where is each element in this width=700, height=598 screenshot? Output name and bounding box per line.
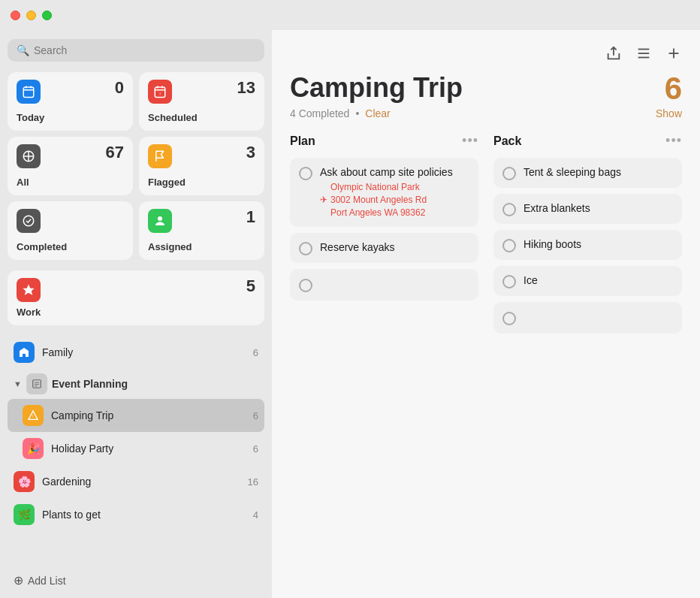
smart-card-flagged[interactable]: 3 Flagged <box>139 137 264 195</box>
flagged-label: Flagged <box>148 177 255 188</box>
sidebar-item-holiday-party[interactable]: 🎉 Holiday Party 6 <box>8 432 264 465</box>
minimize-button[interactable] <box>26 11 36 20</box>
content-area: Camping Trip 6 4 Completed • Clear Show … <box>272 30 700 598</box>
flagged-icon <box>148 144 172 168</box>
today-icon <box>17 80 41 104</box>
camping-trip-count: 6 <box>253 410 258 421</box>
svg-rect-15 <box>33 380 41 388</box>
event-planning-label: Event Planning <box>52 378 128 390</box>
task-checkbox-boots[interactable] <box>502 239 516 252</box>
clear-button[interactable]: Clear <box>365 107 390 119</box>
task-camp-policy[interactable]: Ask about camp site policies ✈ Olympic N… <box>290 158 478 227</box>
plan-more-button[interactable]: ••• <box>462 133 478 149</box>
today-count: 0 <box>115 80 124 96</box>
task-title-blankets: Extra blankets <box>523 201 673 215</box>
sidebar-item-family[interactable]: Family 6 <box>8 336 264 369</box>
plan-column-title: Plan <box>290 134 315 148</box>
task-content-boots: Hiking boots <box>523 237 673 251</box>
list-title-row: Camping Trip 6 <box>290 73 682 104</box>
task-checkbox-camp-policy[interactable] <box>299 167 312 180</box>
assigned-label: Assigned <box>148 241 255 252</box>
location-icon: ✈ <box>320 195 327 205</box>
task-location-camp-policy: ✈ Olympic National Park3002 Mount Angele… <box>320 181 469 219</box>
all-label: All <box>17 177 124 188</box>
task-checkbox-blankets[interactable] <box>502 203 516 216</box>
sidebar: 🔍 0 Today ! 13 <box>0 30 272 598</box>
plants-to-get-label: Plants to get <box>42 509 246 521</box>
smart-card-today[interactable]: 0 Today <box>8 72 133 131</box>
task-reserve-kayaks[interactable]: Reserve kayaks <box>290 233 478 263</box>
search-input[interactable] <box>34 44 255 56</box>
task-checkbox-placeholder-pack <box>502 312 516 325</box>
search-icon: 🔍 <box>17 44 29 56</box>
show-button[interactable]: Show <box>656 107 682 119</box>
flagged-count: 3 <box>246 144 255 161</box>
svg-point-12 <box>23 216 34 226</box>
task-boots[interactable]: Hiking boots <box>493 230 682 260</box>
task-checkbox-kayaks[interactable] <box>299 242 312 255</box>
add-list-button[interactable]: ⊕ Add List <box>8 567 264 598</box>
smart-card-completed[interactable]: Completed <box>8 201 133 260</box>
sidebar-item-camping-trip[interactable]: ! Camping Trip 6 <box>8 399 264 432</box>
sidebar-item-plants-to-get[interactable]: 🌿 Plants to get 4 <box>8 498 264 531</box>
sidebar-item-gardening[interactable]: 🌸 Gardening 16 <box>8 465 264 498</box>
task-tent[interactable]: Tent & sleeping bags <box>493 158 682 188</box>
gardening-label: Gardening <box>42 476 240 488</box>
family-count: 6 <box>253 347 258 358</box>
lines-icon[interactable] <box>635 45 652 65</box>
columns-area: Plan ••• Ask about camp site policies ✈ … <box>290 133 682 583</box>
event-planning-icon <box>26 373 47 394</box>
task-title-boots: Hiking boots <box>523 237 673 251</box>
group-event-planning[interactable]: ▼ Event Planning <box>8 369 264 399</box>
plan-column-header: Plan ••• <box>290 133 478 149</box>
svg-text:!: ! <box>159 92 161 96</box>
holiday-party-count: 6 <box>253 443 258 455</box>
completed-label: Completed <box>17 241 124 252</box>
content-toolbar <box>290 45 682 65</box>
assigned-count: 1 <box>246 209 255 225</box>
work-count: 5 <box>246 278 255 294</box>
maximize-button[interactable] <box>42 11 52 20</box>
smart-card-all[interactable]: 67 All <box>8 137 133 195</box>
search-bar[interactable]: 🔍 <box>8 39 264 62</box>
task-checkbox-ice[interactable] <box>502 275 516 288</box>
page-title: Camping Trip <box>290 73 463 103</box>
task-placeholder-pack <box>493 302 682 334</box>
task-content-kayaks: Reserve kayaks <box>320 240 469 254</box>
share-icon[interactable] <box>605 45 622 65</box>
holiday-party-label: Holiday Party <box>51 442 246 455</box>
task-title-ice: Ice <box>523 273 673 287</box>
task-content-tent: Tent & sleeping bags <box>523 165 673 179</box>
task-blankets[interactable]: Extra blankets <box>493 194 682 224</box>
smart-cards-grid: 0 Today ! 13 Scheduled <box>8 72 264 260</box>
scheduled-label: Scheduled <box>148 112 255 123</box>
add-list-label: Add List <box>28 575 66 587</box>
task-checkbox-placeholder-plan <box>299 279 312 292</box>
smart-card-scheduled[interactable]: ! 13 Scheduled <box>139 72 264 131</box>
lists-section: Family 6 ▼ Event Planning ! Camping Trip… <box>8 336 264 567</box>
task-title-tent: Tent & sleeping bags <box>523 165 673 179</box>
smart-card-work[interactable]: 5 Work <box>8 270 264 325</box>
plants-to-get-icon: 🌿 <box>14 504 35 525</box>
work-label: Work <box>17 307 255 318</box>
task-checkbox-tent[interactable] <box>502 167 516 180</box>
camping-trip-icon: ! <box>23 405 44 426</box>
task-content-blankets: Extra blankets <box>523 201 673 215</box>
plants-to-get-count: 4 <box>253 509 258 521</box>
task-title-camp-policy: Ask about camp site policies <box>320 165 469 179</box>
close-button[interactable] <box>11 11 20 20</box>
family-label: Family <box>42 346 246 358</box>
add-task-icon[interactable] <box>665 45 682 65</box>
smart-card-assigned[interactable]: 1 Assigned <box>139 201 264 260</box>
task-placeholder-plan <box>290 269 478 301</box>
scheduled-count: 13 <box>237 80 255 96</box>
task-content-ice: Ice <box>523 273 673 287</box>
chevron-down-icon: ▼ <box>14 379 22 388</box>
scheduled-icon: ! <box>148 80 172 104</box>
pack-more-button[interactable]: ••• <box>665 133 682 149</box>
work-icon <box>17 278 41 302</box>
assigned-icon <box>148 209 172 233</box>
svg-point-13 <box>158 216 162 221</box>
task-ice[interactable]: Ice <box>493 266 682 296</box>
task-total-count: 6 <box>665 73 682 104</box>
